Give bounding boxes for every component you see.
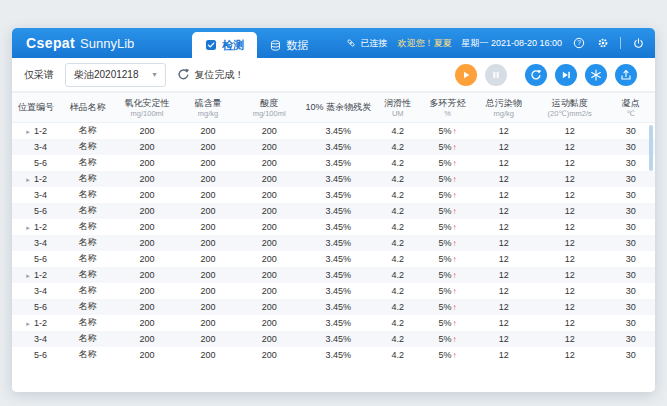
contamination-cell: 12 [475, 331, 533, 347]
acidity-cell: 200 [237, 187, 301, 203]
scrollbar-thumb[interactable] [649, 125, 653, 171]
table-row[interactable]: ▸1-2名称2002002003.45%4.25%↑121230 [12, 123, 655, 139]
tab-data[interactable]: 数据 [257, 32, 321, 58]
residue-cell: 3.45% [301, 219, 375, 235]
freeze-button[interactable] [585, 64, 607, 86]
pah-cell: 5%↑ [420, 155, 475, 171]
table-row[interactable]: ▸3-4名称2002002003.45%4.25%↑121230 [12, 235, 655, 251]
table-row[interactable]: ▸1-2名称2002002003.45%4.25%↑121230 [12, 171, 655, 187]
table-row[interactable]: ▸5-6名称2002002003.45%4.25%↑121230 [12, 347, 655, 363]
table-row[interactable]: ▸5-6名称2002002003.45%4.25%↑121230 [12, 299, 655, 315]
spectrum-only-label[interactable]: 仅采谱 [24, 68, 54, 82]
pause-button[interactable] [485, 64, 507, 86]
datetime-text: 星期一 2021-08-20 16:00 [461, 37, 562, 50]
row-expander-icon[interactable]: ▸ [25, 272, 31, 280]
column-header-lubricity: 润滑性UM [375, 93, 420, 123]
sulfur-cell: 200 [179, 219, 237, 235]
viscosity-cell: 12 [533, 155, 607, 171]
connection-status-text: 已连接 [360, 37, 387, 50]
freezing-cell: 30 [607, 251, 655, 267]
position-cell: ▸3-4 [12, 187, 60, 203]
residue-cell: 3.45% [301, 283, 375, 299]
name-cell: 名称 [60, 251, 115, 267]
table-row[interactable]: ▸5-6名称2002002003.45%4.25%↑121230 [12, 155, 655, 171]
oxidation-cell: 200 [115, 171, 179, 187]
column-header-contamination: 总污染物mg/kg [475, 93, 533, 123]
freezing-cell: 30 [607, 123, 655, 139]
sulfur-cell: 200 [179, 315, 237, 331]
trend-up-icon: ↑ [453, 175, 457, 184]
oxidation-cell: 200 [115, 123, 179, 139]
name-cell: 名称 [60, 331, 115, 347]
freezing-cell: 30 [607, 187, 655, 203]
table-row[interactable]: ▸1-2名称2002002003.45%4.25%↑121230 [12, 267, 655, 283]
acidity-cell: 200 [237, 139, 301, 155]
sulfur-cell: 200 [179, 123, 237, 139]
power-button[interactable] [631, 36, 645, 50]
sulfur-cell: 200 [179, 251, 237, 267]
table-row[interactable]: ▸1-2名称2002002003.45%4.25%↑121230 [12, 219, 655, 235]
trend-up-icon: ↑ [453, 223, 457, 232]
column-header-name: 样品名称 [60, 93, 115, 123]
pah-cell: 5%↑ [420, 331, 475, 347]
refresh-icon [530, 69, 542, 81]
table-row[interactable]: ▸3-4名称2002002003.45%4.25%↑121230 [12, 283, 655, 299]
contamination-cell: 12 [475, 315, 533, 331]
lubricity-cell: 4.2 [375, 123, 420, 139]
name-cell: 名称 [60, 203, 115, 219]
table-row[interactable]: ▸1-2名称2002002003.45%4.25%↑121230 [12, 315, 655, 331]
residue-cell: 3.45% [301, 299, 375, 315]
main-tabs: 检测 数据 [192, 28, 321, 58]
pah-cell: 5%↑ [420, 315, 475, 331]
viscosity-cell: 12 [533, 235, 607, 251]
sample-dropdown[interactable]: 柴油20201218 ▾ [65, 63, 166, 87]
link-icon [346, 38, 356, 48]
step-button[interactable] [555, 64, 577, 86]
name-cell: 名称 [60, 123, 115, 139]
start-button[interactable] [455, 64, 477, 86]
help-button[interactable]: ? [572, 36, 586, 50]
trend-up-icon: ↑ [453, 303, 457, 312]
position-cell: ▸1-2 [12, 171, 60, 187]
position-cell: ▸1-2 [12, 123, 60, 139]
name-cell: 名称 [60, 139, 115, 155]
brand-product: SunnyLib [80, 36, 134, 51]
chevron-down-icon: ▾ [153, 70, 157, 79]
export-button[interactable] [615, 64, 637, 86]
table-row[interactable]: ▸5-6名称2002002003.45%4.25%↑121230 [12, 251, 655, 267]
contamination-cell: 12 [475, 219, 533, 235]
pah-cell: 5%↑ [420, 267, 475, 283]
contamination-cell: 12 [475, 283, 533, 299]
table-row[interactable]: ▸3-4名称2002002003.45%4.25%↑121230 [12, 139, 655, 155]
contamination-cell: 12 [475, 203, 533, 219]
connection-status: 已连接 [346, 37, 387, 50]
freezing-cell: 30 [607, 219, 655, 235]
oxidation-cell: 200 [115, 139, 179, 155]
table-row[interactable]: ▸5-6名称2002002003.45%4.25%↑121230 [12, 203, 655, 219]
row-expander-icon[interactable]: ▸ [25, 224, 31, 232]
tab-detection[interactable]: 检测 [192, 32, 257, 58]
table-row[interactable]: ▸3-4名称2002002003.45%4.25%↑121230 [12, 187, 655, 203]
pah-cell: 5%↑ [420, 283, 475, 299]
pah-cell: 5%↑ [420, 251, 475, 267]
lubricity-cell: 4.2 [375, 235, 420, 251]
sulfur-cell: 200 [179, 299, 237, 315]
settings-button[interactable] [596, 36, 610, 50]
tab-data-label: 数据 [286, 38, 308, 53]
table-row[interactable]: ▸3-4名称2002002003.45%4.25%↑121230 [12, 331, 655, 347]
row-expander-icon[interactable]: ▸ [25, 320, 31, 328]
loop-button[interactable] [525, 64, 547, 86]
residue-cell: 3.45% [301, 267, 375, 283]
freezing-cell: 30 [607, 139, 655, 155]
lubricity-cell: 4.2 [375, 171, 420, 187]
row-expander-icon[interactable]: ▸ [25, 128, 31, 136]
column-header-viscosity: 运动黏度(20℃)mm2/s [533, 93, 607, 123]
freezing-cell: 30 [607, 299, 655, 315]
position-cell: ▸5-6 [12, 203, 60, 219]
lubricity-cell: 4.2 [375, 347, 420, 363]
residue-cell: 3.45% [301, 155, 375, 171]
row-expander-icon[interactable]: ▸ [25, 176, 31, 184]
contamination-cell: 12 [475, 235, 533, 251]
reset-icon[interactable] [177, 68, 190, 81]
position-cell: ▸1-2 [12, 267, 60, 283]
